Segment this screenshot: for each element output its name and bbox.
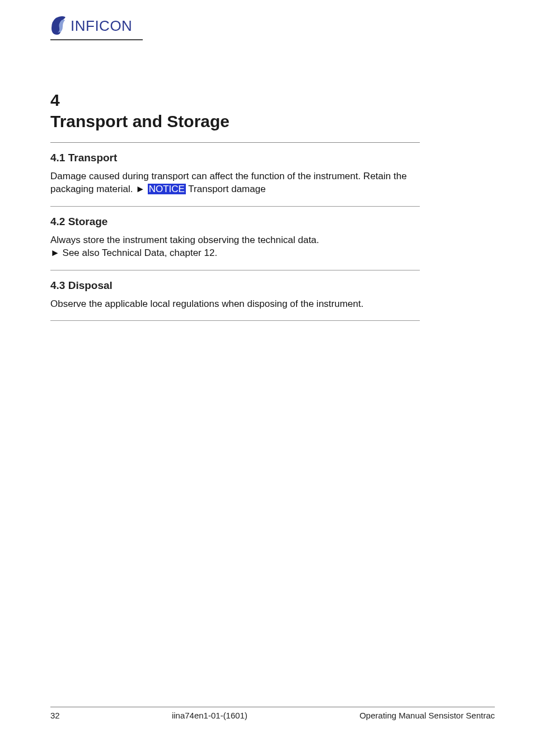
page-number: 32 xyxy=(50,711,60,720)
subsection-disposal: 4.3 Disposal Observe the applicable loca… xyxy=(50,279,420,310)
subsection-storage: 4.2 Storage Always store the instrument … xyxy=(50,216,420,260)
subsection-heading: 4.2 Storage xyxy=(50,216,420,228)
subsection-body: Observe the applicable local regulations… xyxy=(50,297,420,310)
logo-text: INFICON xyxy=(71,17,132,35)
subsection-heading: 4.1 Transport xyxy=(50,152,420,164)
subsection-divider xyxy=(50,320,420,321)
notice-link[interactable]: NOTICE xyxy=(148,184,186,194)
section-title: Transport and Storage xyxy=(50,112,420,131)
doc-title: Operating Manual Sensistor Sentrac xyxy=(359,711,495,720)
doc-id: iina74en1-01-(1601) xyxy=(172,711,247,720)
subsection-divider xyxy=(50,270,420,270)
footer-divider xyxy=(50,707,495,707)
subsection-body: Damage caused during transport can affec… xyxy=(50,170,420,196)
section-number: 4 xyxy=(50,91,420,110)
logo-underline xyxy=(50,39,143,40)
body-text-suffix: Transport damage xyxy=(186,184,266,194)
subsection-transport: 4.1 Transport Damage caused during trans… xyxy=(50,152,420,196)
section-divider xyxy=(50,142,420,143)
subsection-divider xyxy=(50,206,420,207)
logo-icon xyxy=(50,16,67,36)
brand-logo: INFICON xyxy=(50,16,495,36)
subsection-heading: 4.3 Disposal xyxy=(50,279,420,292)
subsection-body: Always store the instrument taking obser… xyxy=(50,234,420,260)
page-footer: 32 iina74en1-01-(1601) Operating Manual … xyxy=(50,707,495,720)
